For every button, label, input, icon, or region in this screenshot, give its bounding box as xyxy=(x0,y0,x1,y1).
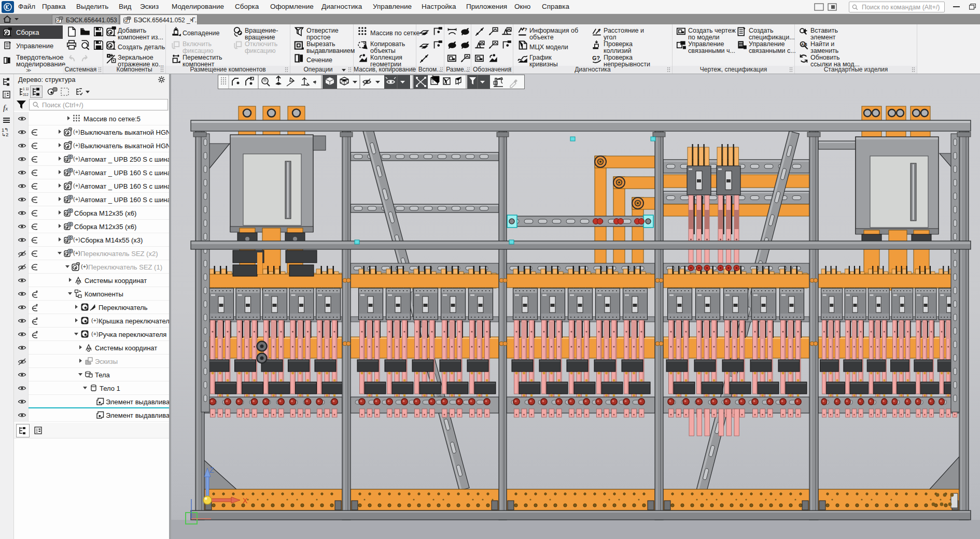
svg-text:1 11: 1 11 xyxy=(23,87,29,91)
svg-text:Z: Z xyxy=(209,466,214,474)
svg-text:312: 312 xyxy=(23,93,29,96)
svg-text:X: X xyxy=(243,497,248,505)
